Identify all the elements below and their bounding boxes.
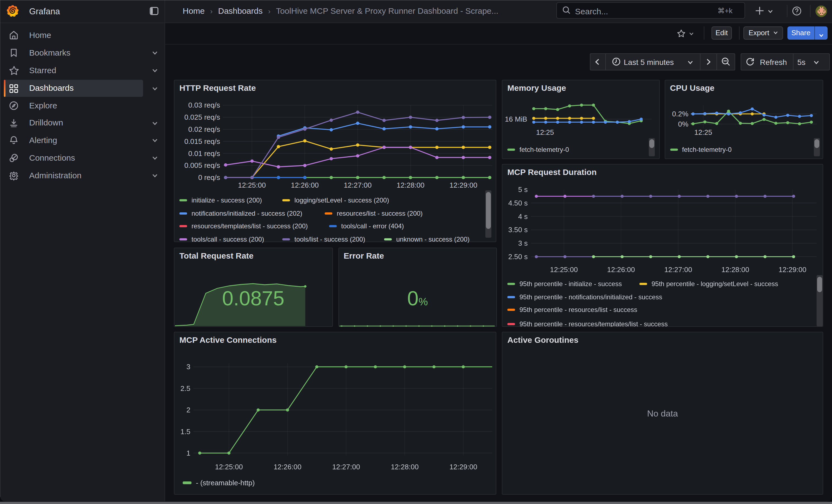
svg-text:0.03 req/s: 0.03 req/s xyxy=(188,101,220,109)
svg-text:1.5: 1.5 xyxy=(181,427,190,435)
svg-text:0.015 req/s: 0.015 req/s xyxy=(184,137,220,145)
svg-text:12:26:00: 12:26:00 xyxy=(274,462,301,471)
svg-text:12:26:00: 12:26:00 xyxy=(291,181,319,189)
svg-text:0.02 req/s: 0.02 req/s xyxy=(188,125,220,133)
svg-text:2: 2 xyxy=(186,405,190,414)
svg-text:1: 1 xyxy=(186,449,190,457)
svg-text:12:28:00: 12:28:00 xyxy=(397,181,424,189)
svg-text:0.01 req/s: 0.01 req/s xyxy=(188,150,220,158)
svg-text:16 MiB: 16 MiB xyxy=(505,115,527,123)
svg-text:0%: 0% xyxy=(678,120,688,128)
svg-text:12:27:00: 12:27:00 xyxy=(344,181,371,189)
svg-text:12:25:00: 12:25:00 xyxy=(215,462,243,471)
svg-text:12:25:00: 12:25:00 xyxy=(238,181,266,189)
svg-text:3: 3 xyxy=(186,362,190,371)
svg-text:12:27:00: 12:27:00 xyxy=(332,462,360,471)
svg-text:12:29:00: 12:29:00 xyxy=(449,462,477,471)
svg-text:0.005 req/s: 0.005 req/s xyxy=(184,161,220,169)
svg-text:0.2%: 0.2% xyxy=(672,110,688,118)
svg-text:2.5: 2.5 xyxy=(181,384,190,392)
svg-text:12:25: 12:25 xyxy=(694,128,712,136)
svg-text:12:25: 12:25 xyxy=(536,128,554,136)
svg-text:0 req/s: 0 req/s xyxy=(198,173,220,182)
svg-text:12:29:00: 12:29:00 xyxy=(449,181,477,189)
svg-text:12:28:00: 12:28:00 xyxy=(391,462,418,471)
svg-text:0.025 req/s: 0.025 req/s xyxy=(184,113,220,121)
